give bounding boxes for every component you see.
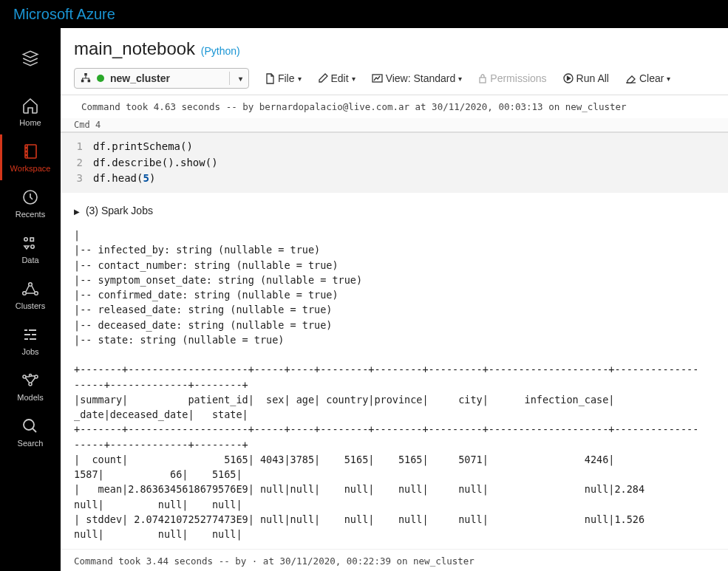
chevron-down-icon: ▾: [352, 75, 356, 83]
line-number: 2: [61, 155, 93, 171]
file-label: File: [278, 72, 295, 84]
edit-label: Edit: [331, 72, 349, 84]
chevron-down-icon: ▾: [667, 75, 670, 83]
workspace-icon: [21, 142, 40, 161]
svg-rect-20: [480, 78, 486, 83]
permissions-button[interactable]: Permissions: [478, 72, 546, 84]
notebook-language[interactable]: (Python): [201, 45, 240, 57]
brand-label: Microsoft Azure: [13, 6, 115, 23]
code-editor[interactable]: 1df.printSchema() 2df.describe().show() …: [61, 133, 728, 193]
cmd3-status: Command took 4.63 seconds -- by bernardo…: [61, 95, 728, 118]
svg-point-11: [23, 375, 26, 378]
svg-point-13: [29, 383, 32, 386]
lock-icon: [478, 73, 487, 83]
svg-point-12: [35, 375, 38, 378]
sidebar-item-label: Models: [17, 393, 43, 402]
sidebar-item-clusters[interactable]: Clusters: [0, 272, 61, 318]
run-all-label: Run All: [576, 72, 609, 84]
view-icon: [372, 74, 383, 83]
svg-point-15: [24, 420, 34, 430]
toolbar: new_cluster ▾ File ▾ Edit ▾ View: Standa…: [61, 65, 728, 95]
search-icon: [21, 417, 40, 436]
data-icon: [21, 233, 40, 253]
permissions-label: Permissions: [490, 72, 546, 84]
sidebar-item-label: Clusters: [16, 301, 45, 310]
spark-jobs-toggle[interactable]: ▶ (3) Spark Jobs: [74, 200, 715, 228]
cmd4-status: Command took 3.44 seconds -- by · at 30/…: [61, 549, 728, 571]
svg-point-7: [31, 245, 34, 248]
svg-rect-17: [81, 80, 84, 83]
svg-point-1: [26, 147, 27, 148]
home-icon: [21, 96, 40, 115]
sidebar-item-label: Workspace: [10, 164, 51, 173]
sidebar-item-jobs[interactable]: Jobs: [0, 318, 61, 363]
sidebar-item-workspace[interactable]: Workspace: [0, 134, 61, 180]
sidebar-item-label: Recents: [16, 210, 45, 219]
svg-point-9: [23, 292, 27, 295]
cluster-status-dot: [97, 75, 104, 82]
view-label: View: Standard: [386, 72, 456, 84]
sidebar-item-data[interactable]: Data: [0, 226, 61, 272]
cmd4-cell: 1df.printSchema() 2df.describe().show() …: [61, 132, 728, 571]
sidebar-item-search[interactable]: Search: [0, 409, 61, 455]
sidebar-item-label: Home: [19, 118, 41, 127]
svg-point-10: [35, 292, 38, 295]
clear-menu[interactable]: Clear ▾: [625, 72, 670, 84]
code-line: df.head(5): [93, 171, 155, 187]
chevron-down-icon: ▾: [458, 75, 462, 83]
view-menu[interactable]: View: Standard ▾: [372, 72, 463, 84]
sidebar-item-label: Search: [18, 439, 44, 448]
cluster-selector[interactable]: new_cluster ▾: [74, 68, 249, 89]
svg-point-5: [24, 238, 27, 241]
code-line: df.printSchema(): [93, 139, 193, 155]
play-icon: [563, 73, 574, 83]
cmd4-label: Cmd 4: [61, 118, 728, 132]
svg-point-8: [29, 283, 33, 287]
svg-rect-18: [88, 80, 91, 83]
svg-point-2: [26, 151, 27, 151]
cluster-name: new_cluster: [110, 72, 170, 84]
databricks-icon: [21, 49, 40, 68]
output-area: ▶ (3) Spark Jobs | |-- infected_by: stri…: [61, 193, 728, 549]
cluster-tree-icon: [81, 73, 91, 83]
notebook-title-row: main_notebook (Python): [61, 28, 728, 65]
chevron-down-icon: ▾: [239, 75, 242, 83]
clear-icon: [625, 74, 636, 83]
main-content: main_notebook (Python) new_cluster ▾ Fil…: [61, 28, 728, 571]
svg-rect-6: [30, 238, 33, 241]
line-number: 3: [61, 171, 93, 187]
jobs-icon: [21, 325, 40, 344]
sidebar-item-label: Jobs: [21, 347, 38, 356]
file-menu[interactable]: File ▾: [265, 72, 302, 84]
code-line: df.describe().show(): [93, 155, 218, 171]
sidebar-item-models[interactable]: Models: [0, 363, 61, 409]
arrow-right-icon: ▶: [74, 206, 80, 217]
sidebar-item-label: Data: [21, 256, 38, 264]
spark-jobs-label: (3) Spark Jobs: [86, 205, 153, 216]
chevron-down-icon: ▾: [298, 75, 302, 83]
file-icon: [265, 73, 275, 84]
azure-header: Microsoft Azure: [0, 0, 728, 28]
svg-rect-16: [84, 73, 87, 76]
sidebar: Home Workspace Recents Data Clusters: [0, 28, 61, 571]
models-icon: [21, 371, 40, 390]
edit-icon: [318, 73, 328, 83]
clusters-icon: [21, 279, 40, 298]
run-all-button[interactable]: Run All: [563, 72, 609, 84]
svg-point-3: [26, 154, 27, 155]
output-text: | |-- infected_by: string (nullable = tr…: [74, 228, 715, 541]
notebook-title[interactable]: main_notebook: [74, 38, 195, 58]
line-number: 1: [61, 139, 93, 155]
clear-label: Clear: [639, 72, 664, 84]
recents-icon: [21, 188, 40, 207]
sidebar-item-home[interactable]: Home: [0, 89, 61, 134]
sidebar-item-recents[interactable]: Recents: [0, 180, 61, 226]
edit-menu[interactable]: Edit ▾: [318, 72, 356, 84]
sidebar-logo[interactable]: [0, 41, 61, 89]
